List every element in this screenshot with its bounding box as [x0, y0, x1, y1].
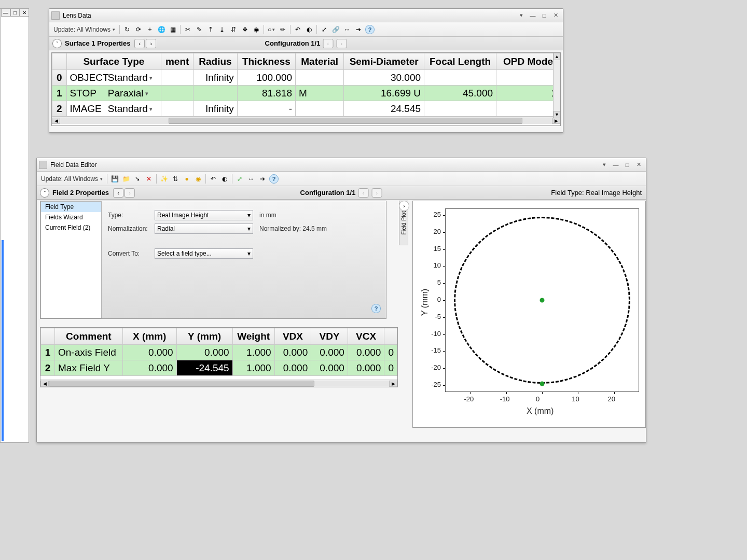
surface-prev[interactable]: ‹ [134, 39, 145, 48]
lens-col-7[interactable]: OPD Mode [496, 53, 560, 70]
lens-col-5[interactable]: Semi-Diameter [344, 53, 424, 70]
tree-fields-wizard[interactable]: Fields Wizard [41, 212, 101, 222]
help2-icon[interactable]: ? [269, 174, 279, 184]
field-properties-panel: Field Type Fields Wizard Current Field (… [40, 201, 386, 319]
tree-field-type[interactable]: Field Type [41, 202, 101, 212]
norm-select[interactable]: Radial▾ [155, 223, 253, 234]
lens-spreadsheet[interactable]: Surface TypementRadiusThicknessMaterialS… [51, 52, 561, 126]
lens-vscroll[interactable]: ▲ ▼ [553, 53, 560, 118]
grid-icon[interactable]: ▦ [168, 24, 178, 35]
lens-col-6[interactable]: Focal Length [424, 53, 496, 70]
wand-icon[interactable]: ✨ [159, 174, 169, 184]
field-col-3[interactable]: Weight [232, 328, 274, 345]
collapse-icon[interactable]: ˅ [52, 39, 62, 48]
field-col-1[interactable]: X (mm) [122, 328, 176, 345]
lens-titlebar[interactable]: Lens Data ▾ — □ ✕ [49, 9, 563, 22]
lens-row-0[interactable]: 0OBJECT StandardInfinity100.00030.000 [52, 70, 560, 86]
lens-row-1[interactable]: 1STOP Paraxial81.818M16.699 U45.0001 [52, 86, 560, 101]
refresh-all-icon[interactable]: ⟳ [133, 24, 144, 35]
play2-icon[interactable]: ➔ [257, 174, 268, 184]
play-icon[interactable]: ➔ [353, 24, 364, 35]
field-titlebar[interactable]: Field Data Editor ▾ — □ ✕ [37, 158, 646, 172]
field-cell-y-2[interactable]: -24.545 [176, 360, 232, 376]
delete-icon[interactable]: ⤓ [217, 24, 227, 35]
lens-col-3[interactable]: Thickness [237, 53, 295, 70]
lens-col-0[interactable]: Surface Type [66, 53, 161, 70]
field-next[interactable]: › [125, 188, 135, 198]
field-collapse-icon[interactable]: ˄ [40, 188, 49, 198]
update-dropdown[interactable]: Update: All Windows [51, 26, 117, 33]
field-spreadsheet[interactable]: CommentX (mm)Y (mm)WeightVDXVDYVCX 1On-a… [40, 327, 398, 387]
field-col-5[interactable]: VDY [311, 328, 348, 345]
link2-icon[interactable]: ↔ [246, 174, 256, 184]
panel-help-icon[interactable]: ? [371, 304, 381, 313]
y-tick: -15 [431, 346, 441, 354]
delete-x-icon[interactable]: ✕ [144, 174, 154, 184]
circle2-icon[interactable]: ◉ [193, 174, 203, 184]
field-col-0[interactable]: Comment [54, 328, 122, 345]
lens-close[interactable]: ✕ [550, 11, 561, 20]
field-cell-y-1[interactable]: 0.000 [176, 345, 232, 360]
lens-col-2[interactable]: Radius [193, 53, 238, 70]
field-prev[interactable]: ‹ [113, 188, 123, 198]
folder-icon[interactable]: 📁 [121, 174, 131, 184]
help-icon[interactable]: ? [365, 24, 375, 35]
lens-col-4[interactable]: Material [296, 53, 344, 70]
plot-collapse-icon[interactable]: › [399, 201, 409, 211]
lens-col-1[interactable]: ment [161, 53, 193, 70]
globe-icon[interactable]: 🌐 [156, 24, 167, 35]
config-next[interactable]: › [336, 39, 347, 48]
apply-icon[interactable]: ➘ [132, 174, 143, 184]
field-row-2[interactable]: 2Max Field Y0.000-24.5451.0000.0000.0000… [41, 360, 397, 376]
lens-hscroll[interactable]: ◀ ▶ [52, 117, 560, 124]
brush-icon[interactable]: ✏ [278, 24, 288, 35]
stub-maximize[interactable]: □ [10, 8, 20, 17]
field-hscroll[interactable]: ◀ ▶ [40, 380, 397, 387]
left-right-icon[interactable]: ↔ [342, 24, 352, 35]
swap-icon[interactable]: ⇵ [228, 24, 239, 35]
add-icon[interactable]: ＋ [145, 24, 155, 35]
aperture-icon[interactable]: ○ [266, 24, 276, 35]
field-col-4[interactable]: VDX [274, 328, 311, 345]
field-update-dropdown[interactable]: Update: All Windows [39, 175, 105, 183]
stub-close[interactable]: ✕ [20, 8, 29, 17]
sort-icon[interactable]: ⇅ [170, 174, 181, 184]
lens-dropdown-ctrl[interactable]: ▾ [516, 11, 527, 20]
undo2-icon[interactable]: ↶ [208, 174, 218, 184]
field-dropdown-ctrl[interactable]: ▾ [599, 161, 610, 169]
toggle2-icon[interactable]: ◐ [219, 174, 230, 184]
stub-scrollbar[interactable] [2, 240, 4, 441]
surface-next[interactable]: › [146, 39, 156, 48]
field-col-2[interactable]: Y (mm) [176, 328, 232, 345]
lens-minimize[interactable]: — [528, 11, 538, 20]
field-config-prev[interactable]: ‹ [358, 188, 368, 198]
sphere-icon[interactable]: ◉ [251, 24, 261, 35]
leaf-icon[interactable]: ❖ [240, 24, 250, 35]
field-config-next[interactable]: › [371, 188, 382, 198]
config-prev[interactable]: ‹ [323, 39, 333, 48]
type-select[interactable]: Real Image Height▾ [155, 210, 253, 220]
tool-1-icon[interactable]: ✂ [183, 24, 193, 35]
field-col-6[interactable]: VCX [348, 328, 384, 345]
tree-current-field[interactable]: Current Field (2) [41, 222, 101, 233]
y-tick: 15 [434, 245, 441, 253]
circle1-icon[interactable]: ● [182, 174, 192, 184]
link-icon[interactable]: 🔗 [330, 24, 341, 35]
insert-icon[interactable]: ⤒ [205, 24, 216, 35]
undo-icon[interactable]: ↶ [293, 24, 303, 35]
lens-row-2[interactable]: 2IMAGE StandardInfinity-24.545 [52, 101, 560, 117]
lens-maximize[interactable]: □ [539, 11, 549, 20]
expand-icon[interactable]: ⤢ [319, 24, 329, 35]
refresh-icon[interactable]: ↻ [122, 24, 132, 35]
field-maximize[interactable]: □ [622, 161, 632, 169]
save-icon[interactable]: 💾 [109, 174, 120, 184]
field-close[interactable]: ✕ [633, 161, 644, 169]
tool-2-icon[interactable]: ✎ [194, 24, 204, 35]
expand2-icon[interactable]: ⤢ [234, 174, 245, 184]
field-row-1[interactable]: 1On-axis Field0.0000.0001.0000.0000.0000… [41, 345, 397, 360]
stub-minimize[interactable]: — [1, 8, 10, 17]
toggle-icon[interactable]: ◐ [304, 24, 314, 35]
field-minimize[interactable]: — [611, 161, 621, 169]
convert-select[interactable]: Select a field type...▾ [155, 248, 253, 259]
y-tick: 20 [434, 228, 441, 235]
